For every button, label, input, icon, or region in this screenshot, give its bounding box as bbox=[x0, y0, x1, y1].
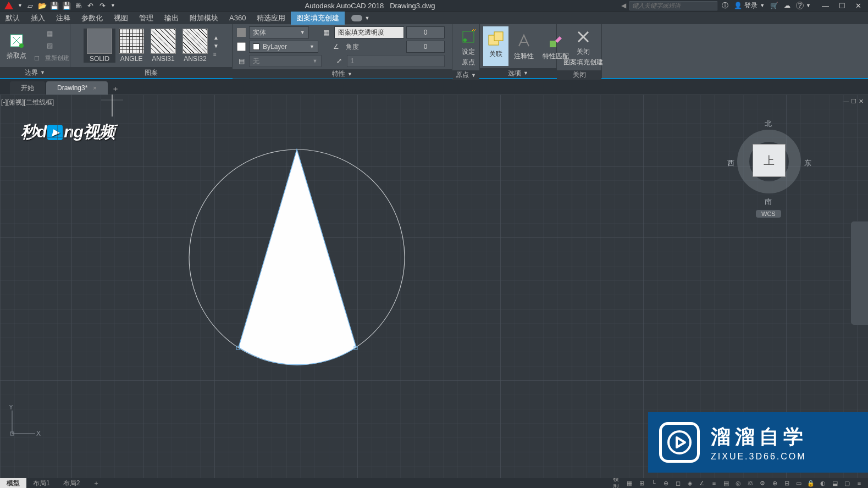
app-menu-chevron-icon[interactable]: ▼ bbox=[18, 3, 23, 8]
close-button[interactable]: ✕ bbox=[855, 2, 861, 10]
pattern-more-icon[interactable]: ≡ bbox=[213, 51, 219, 57]
viewcube-east[interactable]: 东 bbox=[804, 158, 811, 168]
pick-points-icon bbox=[7, 31, 26, 50]
pattern-up-icon[interactable]: ▲ bbox=[213, 35, 219, 41]
scale-field[interactable]: 1 bbox=[347, 55, 445, 67]
close-hatch-button[interactable]: 关闭 图案填充创建 bbox=[560, 26, 606, 68]
ribbon-menu-chevron-icon[interactable]: ▼ bbox=[364, 15, 369, 21]
status-annomonitor-icon[interactable]: ⊕ bbox=[770, 479, 779, 487]
tab-start[interactable]: 开始 bbox=[10, 81, 45, 95]
tab-featured[interactable]: 精选应用 bbox=[251, 12, 291, 25]
status-model-icon[interactable]: 模型 bbox=[613, 479, 622, 487]
layer-combo[interactable]: 无 ▼ bbox=[249, 55, 322, 67]
associative-button[interactable]: 关联 bbox=[483, 26, 508, 66]
new-icon[interactable]: ▱ bbox=[26, 1, 35, 10]
status-osnap-icon[interactable]: ◻ bbox=[673, 479, 682, 487]
select-button[interactable]: ▦ bbox=[33, 29, 70, 38]
panel-pattern-label[interactable]: 图案 bbox=[70, 67, 232, 78]
status-otrack-icon[interactable]: ∠ bbox=[698, 479, 706, 487]
status-quickprops-icon[interactable]: ▭ bbox=[794, 479, 803, 487]
undo-icon[interactable]: ↶ bbox=[86, 1, 95, 10]
status-snap-icon[interactable]: ⊞ bbox=[637, 479, 646, 487]
wcs-badge[interactable]: WCS bbox=[756, 210, 781, 218]
tab-a360[interactable]: A360 bbox=[224, 12, 251, 25]
status-polar-icon[interactable]: ⊕ bbox=[661, 479, 670, 487]
transparency-value[interactable]: 0 bbox=[406, 26, 445, 38]
annotative-button[interactable]: 注释性 bbox=[511, 31, 537, 62]
pick-points-button[interactable]: 拾取点 bbox=[3, 30, 30, 62]
ribbon-toggle-icon[interactable] bbox=[351, 15, 362, 21]
remove-button[interactable]: ▨ bbox=[33, 41, 70, 51]
app-logo[interactable] bbox=[2, 1, 15, 10]
pattern-angle[interactable]: ANGLE bbox=[115, 29, 147, 63]
pattern-ansi32[interactable]: ANSI32 bbox=[179, 29, 211, 63]
maximize-button[interactable]: ☐ bbox=[839, 2, 845, 10]
panel-origin-label[interactable]: 原点▼ bbox=[452, 70, 479, 80]
color-combo[interactable]: ByLayer ▼ bbox=[249, 41, 318, 53]
tab-default[interactable]: 默认 bbox=[0, 12, 25, 25]
tab-hatch-create[interactable]: 图案填充创建 bbox=[291, 12, 345, 25]
panel-close-label[interactable]: 关闭 bbox=[557, 70, 601, 80]
transparency-combo[interactable]: 图案填充透明度 bbox=[334, 26, 404, 38]
layout-1[interactable]: 布局1 bbox=[26, 478, 57, 488]
status-3dosnap-icon[interactable]: ◈ bbox=[685, 479, 694, 487]
viewcube[interactable]: 上 北 南 东 西 WCS bbox=[731, 111, 808, 210]
qat-chevron-icon[interactable]: ▼ bbox=[110, 3, 115, 8]
hatch-type-combo[interactable]: 实体 ▼ bbox=[249, 26, 309, 38]
minimize-button[interactable]: — bbox=[822, 2, 829, 10]
viewcube-north[interactable]: 北 bbox=[765, 119, 772, 129]
pattern-solid[interactable]: SOLID bbox=[84, 29, 115, 63]
search-input[interactable] bbox=[629, 1, 717, 10]
tab-addins[interactable]: 附加模块 bbox=[184, 12, 224, 25]
tab-parametric[interactable]: 参数化 bbox=[76, 12, 108, 25]
save-icon[interactable]: 💾 bbox=[50, 1, 59, 10]
panel-options-label[interactable]: 选项 ▼ bbox=[480, 68, 556, 78]
status-customize-icon[interactable]: ≡ bbox=[855, 479, 864, 487]
status-hardware-icon[interactable]: ⬓ bbox=[831, 479, 839, 487]
print-icon[interactable]: 🖶 bbox=[74, 1, 83, 10]
panel-boundary-label[interactable]: 边界 ▼ bbox=[0, 67, 70, 78]
add-tab-button[interactable]: ＋ bbox=[109, 84, 122, 95]
chevron-down-icon: ▼ bbox=[347, 71, 352, 77]
tab-output[interactable]: 输出 bbox=[159, 12, 184, 25]
title-chevron-icon[interactable]: ◀ bbox=[621, 2, 626, 9]
status-cycling-icon[interactable]: ◎ bbox=[734, 479, 743, 487]
tab-close-icon[interactable]: × bbox=[93, 85, 96, 91]
layout-model[interactable]: 模型 bbox=[0, 478, 26, 488]
saveas-icon[interactable]: 💾 bbox=[62, 1, 71, 10]
status-transparency-icon[interactable]: ▤ bbox=[722, 479, 731, 487]
status-workspace-icon[interactable]: ⚙ bbox=[758, 479, 767, 487]
status-ortho-icon[interactable]: └ bbox=[649, 479, 658, 487]
tab-drawing3[interactable]: Drawing3* × bbox=[46, 81, 108, 95]
status-cleanscreen-icon[interactable]: ▢ bbox=[843, 479, 852, 487]
status-lock-icon[interactable]: 🔒 bbox=[806, 479, 815, 487]
status-lwt-icon[interactable]: ≡ bbox=[710, 479, 718, 487]
exchange-icon[interactable]: 🛒 bbox=[770, 2, 778, 9]
recreate-button[interactable]: ◻ 重新创建 bbox=[33, 53, 70, 63]
open-icon[interactable]: 📂 bbox=[38, 1, 47, 10]
status-units-icon[interactable]: ⊟ bbox=[782, 479, 791, 487]
angle-value[interactable]: 0 bbox=[406, 41, 445, 53]
layout-add[interactable]: ＋ bbox=[86, 478, 106, 488]
a360-icon[interactable]: ☁ bbox=[784, 2, 790, 9]
set-origin-button[interactable]: 设定 原点 bbox=[456, 26, 481, 68]
tab-insert[interactable]: 插入 bbox=[25, 12, 51, 25]
pattern-ansi31[interactable]: ANSI31 bbox=[147, 29, 179, 63]
redo-icon[interactable]: ↷ bbox=[98, 1, 107, 10]
tab-annotate[interactable]: 注释 bbox=[51, 12, 76, 25]
viewcube-west[interactable]: 西 bbox=[727, 158, 734, 168]
panel-properties-label[interactable]: 特性 ▼ bbox=[233, 69, 452, 79]
layout-2[interactable]: 布局2 bbox=[57, 478, 87, 488]
infocenter-icon[interactable]: ⓘ bbox=[722, 1, 728, 10]
pattern-down-icon[interactable]: ▼ bbox=[213, 43, 219, 49]
viewcube-south[interactable]: 南 bbox=[765, 197, 772, 207]
viewcube-top-face[interactable]: 上 bbox=[753, 144, 786, 177]
help-button[interactable]: ? ▼ bbox=[796, 2, 811, 9]
status-grid-icon[interactable]: ▦ bbox=[625, 479, 634, 487]
tab-view[interactable]: 视图 bbox=[108, 12, 134, 25]
tab-manage[interactable]: 管理 bbox=[134, 12, 159, 25]
login-button[interactable]: 👤 登录 ▼ bbox=[734, 1, 765, 10]
status-isolate-icon[interactable]: ◐ bbox=[819, 479, 827, 487]
status-annoscale-icon[interactable]: ⚖ bbox=[746, 479, 755, 487]
navigation-bar[interactable] bbox=[850, 221, 868, 325]
